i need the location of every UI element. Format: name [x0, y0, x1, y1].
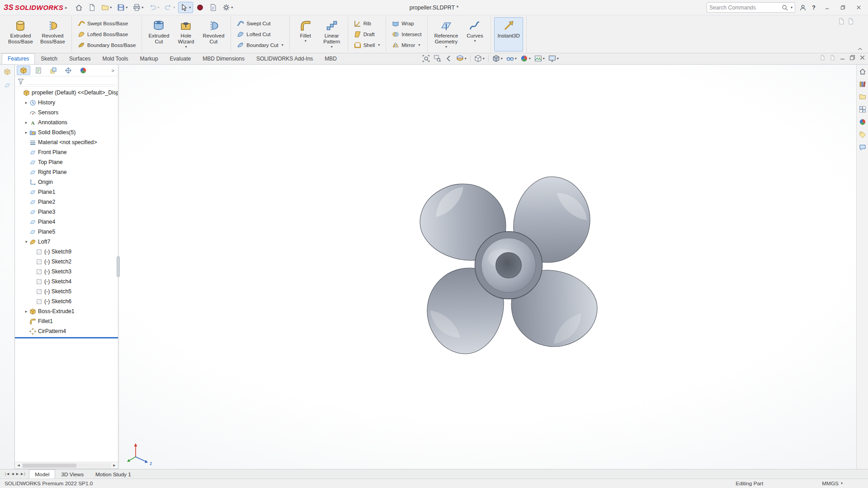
displaymanager-tab[interactable] — [76, 66, 90, 75]
appearances-scenes-tab[interactable] — [858, 117, 868, 127]
menu-expand-arrow[interactable]: ▸ — [65, 5, 67, 10]
tree-item-history[interactable]: ▸History — [15, 98, 118, 108]
options-button[interactable]: ▾ — [220, 2, 235, 13]
linear-pattern-button[interactable]: Linear Pattern▾ — [319, 17, 344, 52]
prev-tab-icon[interactable]: ◀ — [11, 472, 14, 476]
expander-icon[interactable]: ▸ — [23, 130, 29, 135]
tab-surfaces[interactable]: Surfaces — [63, 53, 96, 64]
home-button[interactable] — [73, 2, 85, 13]
dimxpertmanager-tab[interactable] — [61, 66, 75, 75]
scroll-left-icon[interactable]: ◀ — [15, 464, 22, 467]
tree-item-top-plane[interactable]: Top Plane — [15, 157, 118, 167]
minimize-button[interactable] — [821, 3, 833, 13]
tree-item-fillet1[interactable]: Fillet1 — [15, 316, 118, 326]
expander-icon[interactable]: ▾ — [23, 239, 29, 244]
tree-item-plane2[interactable]: Plane2 — [15, 197, 118, 207]
tab-evaluate[interactable]: Evaluate — [164, 53, 197, 64]
tree-item-boss-extrude1[interactable]: ▸Boss-Extrude1 — [15, 306, 118, 316]
model-tab-motion-study-1[interactable]: Motion Study 1 — [90, 469, 137, 479]
search-icon[interactable] — [781, 4, 788, 11]
doc-close-button[interactable] — [859, 55, 865, 61]
section-view-button[interactable]: ▾ — [455, 54, 468, 63]
tab-mold-tools[interactable]: Mold Tools — [96, 53, 134, 64]
model-tab-3d-views[interactable]: 3D Views — [55, 469, 90, 479]
expander-icon[interactable]: ▸ — [23, 120, 29, 125]
tab-mbd-dimensions[interactable]: MBD Dimensions — [197, 53, 250, 64]
tab-features[interactable]: Features — [2, 53, 35, 64]
swept-cut-button[interactable]: Swept Cut — [234, 18, 286, 28]
boundary-boss-base-button[interactable]: Boundary Boss/Base — [75, 40, 138, 50]
expander-icon[interactable]: ▸ — [23, 100, 29, 105]
search-dropdown-arrow[interactable]: ▾ — [791, 6, 793, 9]
file-explorer-tab[interactable] — [858, 92, 868, 101]
shell-button[interactable]: Shell▾ — [351, 40, 383, 50]
filter-funnel-icon[interactable] — [17, 78, 24, 85]
tree-item-solid-bodies-5[interactable]: ▸Solid Bodies(5) — [15, 127, 118, 137]
flyout-display-icon[interactable] — [4, 82, 11, 89]
open-button[interactable]: ▾ — [99, 2, 114, 13]
featuremanager-tab[interactable] — [17, 66, 30, 75]
tab-solidworks-add-ins[interactable]: SOLIDWORKS Add-Ins — [250, 53, 319, 64]
scrollbar-track[interactable] — [22, 463, 111, 468]
ribbon-collapse-button[interactable] — [856, 46, 863, 52]
mirror-button[interactable]: Mirror▾ — [389, 40, 424, 50]
wrap-button[interactable]: Wrap — [389, 18, 424, 28]
lofted-cut-button[interactable]: Lofted Cut — [234, 29, 286, 39]
first-tab-icon[interactable]: ❘◀ — [4, 472, 9, 476]
zoom-to-fit-button[interactable] — [421, 54, 431, 63]
user-account-icon[interactable] — [799, 4, 807, 11]
fillet-button[interactable]: Fillet▾ — [293, 17, 318, 52]
custom-properties-tab[interactable] — [858, 130, 868, 139]
rebuild-button[interactable] — [194, 2, 206, 13]
scrollbar-thumb[interactable] — [23, 464, 76, 468]
tree-item-plane5[interactable]: Plane5 — [15, 227, 118, 237]
print-button[interactable]: ▾ — [131, 2, 146, 13]
extruded-cut-button[interactable]: Extruded Cut — [145, 17, 172, 52]
panel-tabs-overflow[interactable]: > — [110, 68, 116, 73]
design-library-tab[interactable] — [858, 80, 868, 89]
view-settings-button[interactable]: ▾ — [547, 54, 560, 63]
rib-button[interactable]: Rib — [351, 18, 383, 28]
tab-mbd[interactable]: MBD — [319, 53, 343, 64]
graphics-viewport[interactable]: z — [0, 65, 868, 469]
search-input[interactable] — [709, 5, 780, 11]
reference-geometry-button[interactable]: Reference Geometry▾ — [431, 17, 461, 52]
flyout-tree-icon[interactable] — [4, 68, 11, 75]
hide-show-items-button[interactable]: ▾ — [505, 54, 518, 63]
model-tab-model[interactable]: Model — [29, 469, 55, 479]
hole-wizard-button[interactable]: Hole Wizard▾ — [173, 17, 198, 52]
tree-item-sketch2[interactable]: (-) Sketch2 — [15, 257, 118, 267]
select-button[interactable]: ▾ — [178, 2, 193, 13]
scroll-right-icon[interactable]: ▶ — [111, 464, 118, 467]
close-button[interactable] — [853, 3, 864, 13]
file-properties-button[interactable] — [207, 2, 219, 13]
rollback-bar[interactable] — [15, 337, 118, 338]
solidworks-resources-tab[interactable] — [858, 67, 868, 76]
tree-item-plane4[interactable]: Plane4 — [15, 217, 118, 227]
edit-appearance-button[interactable]: ▾ — [519, 54, 532, 63]
zoom-to-area-button[interactable] — [432, 54, 443, 63]
panel-splitter-handle[interactable] — [117, 256, 120, 277]
curves-button[interactable]: Curves▾ — [462, 17, 487, 52]
apply-scene-button[interactable]: ▾ — [533, 54, 546, 63]
tree-item-annotations[interactable]: ▸AAnnotations — [15, 117, 118, 127]
revolved-cut-button[interactable]: Revolved Cut — [199, 17, 227, 52]
tree-item-origin[interactable]: Origin — [15, 177, 118, 187]
swept-boss-base-button[interactable]: Swept Boss/Base — [75, 18, 138, 28]
draft-button[interactable]: Draft — [351, 29, 383, 39]
tree-item-sketch4[interactable]: (-) Sketch4 — [15, 277, 118, 286]
tree-item-cirpattern4[interactable]: CirPattern4 — [15, 326, 118, 336]
doc-restore-button[interactable] — [849, 55, 855, 61]
view-palette-tab[interactable] — [858, 105, 868, 114]
configurationmanager-tab[interactable] — [47, 66, 60, 75]
redo-button[interactable]: ▾ — [162, 2, 177, 13]
view-orientation-button[interactable]: ▾ — [473, 54, 486, 63]
previous-view-button[interactable] — [443, 54, 454, 63]
tree-item-sketch5[interactable]: (-) Sketch5 — [15, 286, 118, 296]
tree-item-plane1[interactable]: Plane1 — [15, 187, 118, 197]
instant3d-button[interactable]: Instant3D — [494, 17, 523, 52]
extruded-boss-base-button[interactable]: Extruded Boss/Base — [5, 17, 36, 52]
boundary-cut-button[interactable]: Boundary Cut▾ — [234, 40, 286, 50]
doc-minimize-button[interactable] — [840, 55, 845, 61]
tab-sketch[interactable]: Sketch — [35, 53, 63, 64]
